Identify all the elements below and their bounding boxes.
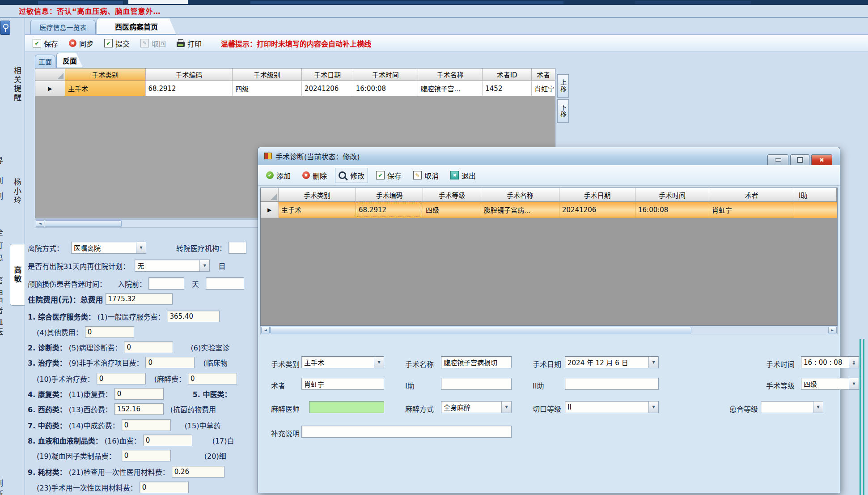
dropdown-icon[interactable]: ▼ xyxy=(648,357,658,368)
surgeon-input[interactable]: 肖虹宁 xyxy=(301,378,384,390)
col-header[interactable]: 手术日期 xyxy=(302,68,353,81)
fee-input[interactable]: 0 xyxy=(97,373,146,384)
fee-input[interactable]: 365.40 xyxy=(167,311,220,322)
surgery-time-spinner[interactable]: 16 : 00 : 08 ▲ ▼ xyxy=(801,356,859,368)
fee-input[interactable]: 0.26 xyxy=(172,466,224,478)
minimize-button[interactable] xyxy=(767,154,788,166)
cell[interactable]: 20241206 xyxy=(559,202,635,218)
fee-input[interactable]: 0 xyxy=(188,373,237,384)
col-header[interactable]: 手术编码 xyxy=(146,68,233,81)
coma-before-input[interactable] xyxy=(148,277,184,290)
cell[interactable]: 1452 xyxy=(483,81,532,96)
table-row[interactable]: ▶ 主手术 68.2912 四级 20241206 16:00:08 腹腔镜子宫… xyxy=(35,81,555,96)
cell-focused[interactable]: 68.2912 xyxy=(356,202,423,218)
fee-input[interactable]: 0 xyxy=(124,341,173,353)
move-up-button[interactable]: 上移 xyxy=(557,74,569,98)
close-button[interactable]: ✖ xyxy=(811,154,832,166)
row-selector-cell[interactable]: ▶ xyxy=(261,202,279,218)
row-selector-header[interactable] xyxy=(35,68,65,81)
tab-western-medical-record[interactable]: 西医病案首页 xyxy=(97,18,176,34)
col-header[interactable]: 手术级别 xyxy=(233,68,302,81)
col-header[interactable]: 手术等级 xyxy=(423,188,481,202)
healing-grade-combo[interactable]: ▼ xyxy=(761,401,823,413)
fee-input[interactable]: 0 xyxy=(145,357,195,368)
pushpin-icon[interactable] xyxy=(0,21,10,35)
cell[interactable]: 20241206 xyxy=(302,81,353,96)
sync-button[interactable]: ✖ 同步 xyxy=(67,37,96,50)
cell[interactable]: 主手术 xyxy=(65,81,146,96)
dropdown-icon[interactable]: ▼ xyxy=(136,242,146,253)
row-selector-header[interactable] xyxy=(261,188,279,202)
maximize-button[interactable] xyxy=(790,154,809,166)
tab-back-page[interactable]: 反面 xyxy=(56,53,83,68)
scroll-left-button[interactable]: ◄ xyxy=(261,327,270,333)
assistant2-input[interactable] xyxy=(565,378,659,390)
anesthesia-combo[interactable]: 全身麻醉 ▼ xyxy=(441,401,512,413)
surgery-name-input[interactable]: 腹腔镜子宫病损切 xyxy=(441,356,512,368)
save-button[interactable]: ✔ 保存 xyxy=(30,37,60,50)
cell[interactable]: 腹腔镜子宫... xyxy=(418,81,483,96)
cell[interactable]: 16:00:08 xyxy=(635,202,709,218)
row-selector-cell[interactable]: ▶ xyxy=(35,81,65,96)
modify-button[interactable]: 修改 xyxy=(335,168,368,183)
dialog-table-hscrollbar[interactable]: ◄ ► xyxy=(260,326,838,334)
scroll-left-button[interactable]: ◄ xyxy=(36,220,44,227)
discharge-way-combo[interactable]: 医嘱离院 ▼ xyxy=(71,242,146,254)
cell[interactable]: 腹腔镜子宫病... xyxy=(481,202,559,218)
dropdown-icon[interactable]: ▼ xyxy=(374,357,384,368)
fee-input[interactable]: 0 xyxy=(122,450,171,461)
fee-input[interactable]: 0 xyxy=(143,435,192,446)
fee-input[interactable]: 0 xyxy=(140,482,189,493)
incision-grade-combo[interactable]: II ▼ xyxy=(565,401,659,413)
coma-after-input[interactable] xyxy=(206,277,244,290)
col-header[interactable]: 手术编码 xyxy=(356,188,423,202)
cell[interactable]: 肖虹宁 xyxy=(532,81,555,96)
cancel-button[interactable]: ✎ 取消 xyxy=(410,168,442,183)
surgery-grade-combo[interactable]: 四级 ▼ xyxy=(801,378,859,390)
col-header[interactable]: 手术类别 xyxy=(279,188,356,202)
tab-medical-info-list[interactable]: 医疗信息一览表 xyxy=(30,20,96,34)
col-header[interactable]: 术者 xyxy=(532,68,555,81)
surgery-type-combo[interactable]: 主手术 ▼ xyxy=(301,356,384,368)
move-down-button[interactable]: 下移 xyxy=(557,99,569,123)
sidebar-tab-gaomin[interactable]: 高敏 xyxy=(10,244,25,306)
readmit-plan-combo[interactable]: 无 ▼ xyxy=(135,260,210,272)
col-header[interactable]: 术者 xyxy=(709,188,794,202)
dropdown-icon[interactable]: ▼ xyxy=(199,260,209,271)
surgery-date-picker[interactable]: 2024 年 12 月 6 日 ▼ xyxy=(565,356,659,368)
note-input[interactable] xyxy=(301,426,512,438)
cell[interactable]: 肖虹宁 xyxy=(709,202,794,218)
dialog-titlebar[interactable]: 手术诊断(当前状态：修改) ✖ xyxy=(258,147,840,165)
sidebar-tab-yangxiaoling[interactable]: 杨小玲 xyxy=(10,151,25,232)
add-button[interactable]: ✔ 添加 xyxy=(263,168,294,183)
cell[interactable]: 四级 xyxy=(423,202,481,218)
col-header[interactable]: I助 xyxy=(794,188,836,202)
cell[interactable]: 四级 xyxy=(233,81,302,96)
col-header[interactable]: 手术名称 xyxy=(418,68,483,81)
submit-button[interactable]: ✔ 提交 xyxy=(102,37,132,50)
cell[interactable]: 16:00:08 xyxy=(353,81,418,96)
col-header[interactable]: 手术时间 xyxy=(635,188,709,202)
scroll-thumb[interactable] xyxy=(270,327,691,333)
print-button[interactable]: 打印 xyxy=(174,37,204,50)
fee-input[interactable]: 0 xyxy=(114,388,164,400)
delete-button[interactable]: ✖ 删除 xyxy=(299,168,330,183)
col-header[interactable]: 手术名称 xyxy=(481,188,559,202)
dialog-table-row[interactable]: ▶ 主手术 68.2912 四级 腹腔镜子宫病... 20241206 16:0… xyxy=(261,202,837,218)
dropdown-icon[interactable]: ▼ xyxy=(813,401,823,413)
retrieve-button[interactable]: ✎ 取回 xyxy=(138,37,168,50)
anesthetist-input[interactable] xyxy=(309,401,384,413)
total-cost-value[interactable]: 1775.32 xyxy=(106,293,173,305)
col-header[interactable]: 手术日期 xyxy=(559,188,635,202)
cell[interactable] xyxy=(794,202,836,218)
cell[interactable]: 主手术 xyxy=(279,202,356,218)
cell[interactable]: 68.2912 xyxy=(146,81,233,96)
dialog-save-button[interactable]: ✔ 保存 xyxy=(373,168,405,183)
spinner-arrows-icon[interactable]: ▲ ▼ xyxy=(849,357,859,368)
dropdown-icon[interactable]: ▼ xyxy=(648,401,658,413)
fee-input[interactable]: 0 xyxy=(85,326,134,338)
exit-button[interactable]: ✖ 退出 xyxy=(447,168,479,183)
fee-input[interactable]: 0 xyxy=(122,419,171,431)
sidebar-tab-related-reminders[interactable]: 相关提醒 xyxy=(10,35,25,134)
scroll-right-button[interactable]: ► xyxy=(828,327,837,333)
